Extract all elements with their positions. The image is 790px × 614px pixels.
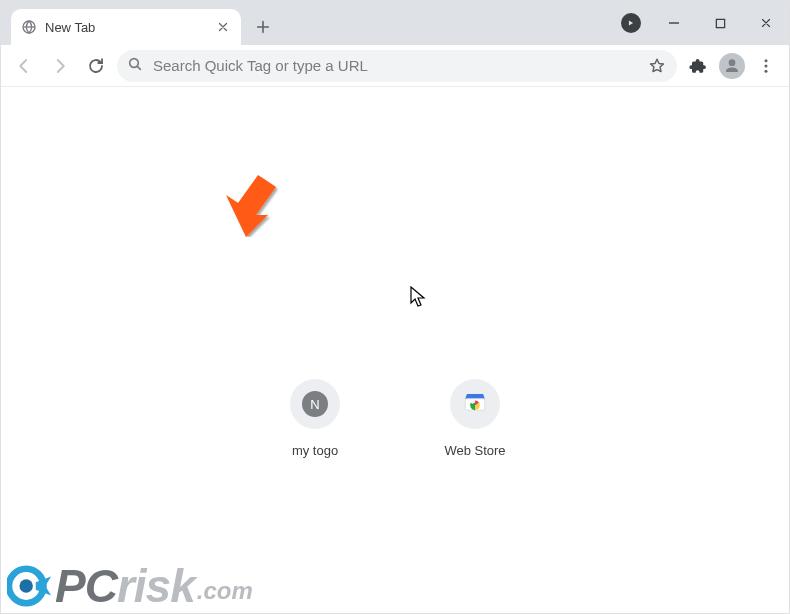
profile-avatar-button[interactable] — [719, 53, 745, 79]
annotation-arrow-icon — [208, 167, 278, 241]
ntp-shortcuts: N my togo Web Store — [1, 379, 789, 458]
back-button[interactable] — [9, 51, 39, 81]
globe-icon — [21, 19, 37, 35]
window-controls — [621, 1, 789, 45]
reload-button[interactable] — [81, 51, 111, 81]
watermark-text: PCrisk — [55, 563, 195, 609]
new-tab-page: N my togo Web Store — [1, 87, 789, 614]
menu-button[interactable] — [751, 51, 781, 81]
tab-title: New Tab — [45, 20, 207, 35]
shortcut-letter-icon: N — [302, 391, 328, 417]
toolbar — [1, 45, 789, 87]
shortcut-tile: N — [290, 379, 340, 429]
svg-point-5 — [765, 69, 768, 72]
mouse-cursor-icon — [410, 286, 428, 314]
shortcut-tile — [450, 379, 500, 429]
shortcut-label: Web Store — [444, 443, 505, 458]
svg-point-3 — [765, 59, 768, 62]
new-tab-button[interactable] — [249, 13, 277, 41]
search-icon — [127, 56, 143, 76]
watermark-logo-icon — [7, 563, 53, 609]
svg-point-4 — [765, 64, 768, 67]
shortcut-label: my togo — [292, 443, 338, 458]
svg-marker-8 — [226, 175, 276, 237]
svg-point-9 — [9, 569, 44, 604]
tab-close-button[interactable] — [215, 19, 231, 35]
shortcut-webstore[interactable]: Web Store — [419, 379, 531, 458]
window-maximize-button[interactable] — [697, 5, 743, 41]
bookmark-star-button[interactable] — [647, 56, 667, 76]
svg-point-10 — [19, 579, 32, 592]
webstore-icon — [462, 389, 488, 419]
omnibox[interactable] — [117, 50, 677, 82]
svg-rect-1 — [716, 19, 724, 27]
omnibox-input[interactable] — [153, 57, 637, 74]
window-minimize-button[interactable] — [651, 5, 697, 41]
forward-button[interactable] — [45, 51, 75, 81]
media-indicator-icon[interactable] — [621, 13, 641, 33]
watermark-ext: .com — [197, 577, 253, 605]
tab-strip: New Tab — [1, 1, 789, 45]
shortcut-mytogo[interactable]: N my togo — [259, 379, 371, 458]
window-close-button[interactable] — [743, 5, 789, 41]
extensions-button[interactable] — [683, 51, 713, 81]
watermark: PCrisk .com — [7, 563, 253, 609]
browser-tab[interactable]: New Tab — [11, 9, 241, 45]
